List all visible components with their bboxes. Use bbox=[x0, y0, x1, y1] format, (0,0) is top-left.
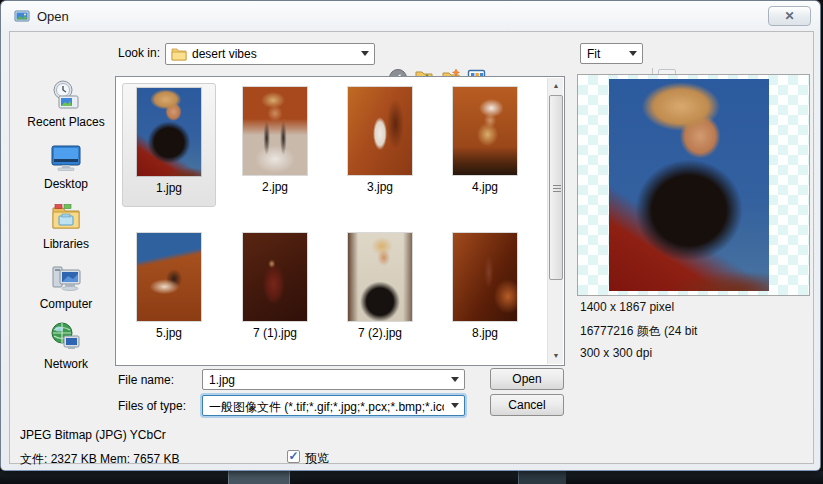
file-size-text: 文件: 2327 KB Mem: 7657 KB bbox=[20, 451, 275, 468]
dialog-client-area: Look in: desert vibes bbox=[9, 31, 814, 464]
taskbar-button[interactable] bbox=[518, 471, 566, 484]
look-in-label: Look in: bbox=[118, 46, 160, 60]
window-title: Open bbox=[37, 9, 69, 24]
image-colors-text: 16777216 颜色 (24 bit bbox=[580, 323, 697, 340]
preview-checkbox-label: 预览 bbox=[305, 450, 329, 467]
fit-combobox[interactable]: Fit bbox=[580, 43, 643, 64]
files-of-type-label: Files of type: bbox=[118, 399, 186, 413]
image-format-text: JPEG Bitmap (JPG) YCbCr bbox=[20, 428, 166, 442]
taskbar-button[interactable] bbox=[228, 471, 290, 484]
file-name-label: File name: bbox=[118, 373, 174, 387]
screen: Open ✕ Look in: desert vibes bbox=[0, 0, 823, 484]
open-dialog-window: Open ✕ Look in: desert vibes bbox=[0, 0, 821, 471]
file-item-name: 2.jpg bbox=[228, 180, 322, 194]
file-item[interactable]: 5.jpg bbox=[122, 229, 216, 353]
file-item[interactable]: 2.jpg bbox=[228, 83, 322, 207]
checkmark-icon: ✓ bbox=[288, 449, 298, 463]
chevron-down-icon bbox=[629, 51, 637, 56]
recent-places-icon bbox=[49, 78, 83, 112]
sidebar-item-label: Desktop bbox=[12, 177, 120, 191]
scrollbar-thumb[interactable] bbox=[549, 95, 563, 280]
files-of-type-value: 一般图像文件 (*.tif;*.gif;*.jpg;*.pcx;*.bmp;*.… bbox=[209, 399, 444, 416]
file-item[interactable]: 7 (2).jpg bbox=[333, 229, 427, 353]
scroll-down-button[interactable]: ▼ bbox=[548, 348, 564, 364]
libraries-icon bbox=[49, 200, 83, 234]
computer-icon bbox=[49, 260, 83, 294]
file-name-combobox[interactable]: 1.jpg bbox=[202, 369, 465, 390]
file-item-name: 3.jpg bbox=[333, 180, 427, 194]
preview-pane bbox=[577, 74, 810, 296]
image-file-icon bbox=[14, 8, 30, 24]
chevron-down-icon bbox=[451, 403, 459, 408]
chevron-down-icon bbox=[361, 51, 369, 56]
arrow-down-icon: ▼ bbox=[553, 352, 560, 359]
sidebar-item-desktop[interactable]: Desktop bbox=[12, 140, 120, 191]
scroll-up-button[interactable]: ▲ bbox=[548, 78, 564, 94]
file-thumbnail bbox=[453, 233, 517, 321]
file-thumbnail bbox=[348, 87, 412, 175]
file-thumbnail bbox=[348, 233, 412, 321]
file-item-name: 5.jpg bbox=[122, 326, 216, 340]
sidebar-item-recent-places[interactable]: Recent Places bbox=[12, 78, 120, 129]
file-item[interactable]: 3.jpg bbox=[333, 83, 427, 207]
files-of-type-combobox[interactable]: 一般图像文件 (*.tif;*.gif;*.jpg;*.pcx;*.bmp;*.… bbox=[202, 395, 465, 416]
desktop-icon bbox=[49, 140, 83, 174]
file-item-name: 4.jpg bbox=[438, 180, 532, 194]
sidebar-item-network[interactable]: Network bbox=[12, 320, 120, 371]
sidebar-item-label: Recent Places bbox=[12, 115, 120, 129]
file-name-value: 1.jpg bbox=[209, 373, 444, 387]
sidebar-item-label: Libraries bbox=[12, 237, 120, 251]
file-thumbnail bbox=[137, 233, 201, 321]
arrow-up-icon: ▲ bbox=[553, 82, 560, 89]
file-thumbnail bbox=[243, 87, 307, 175]
sidebar-item-label: Network bbox=[12, 357, 120, 371]
title-bar[interactable]: Open ✕ bbox=[1, 1, 820, 31]
look-in-combobox[interactable]: desert vibes bbox=[165, 43, 375, 65]
look-in-value: desert vibes bbox=[192, 47, 354, 61]
sidebar-item-label: Computer bbox=[12, 297, 120, 311]
file-item-name: 7 (2).jpg bbox=[333, 326, 427, 340]
preview-image bbox=[609, 79, 769, 291]
cancel-button[interactable]: Cancel bbox=[490, 394, 564, 416]
file-thumbnail bbox=[453, 87, 517, 175]
file-item[interactable]: 4.jpg bbox=[438, 83, 532, 207]
grip-icon bbox=[553, 188, 561, 189]
preview-checkbox[interactable]: ✓ bbox=[287, 450, 300, 463]
cancel-button-label: Cancel bbox=[508, 398, 545, 412]
open-button[interactable]: Open bbox=[490, 368, 564, 390]
file-item-name: 8.jpg bbox=[438, 326, 532, 340]
folder-icon bbox=[171, 47, 187, 61]
image-dpi-text: 300 x 300 dpi bbox=[580, 346, 652, 360]
file-item-name: 1.jpg bbox=[123, 181, 215, 195]
file-item[interactable]: 7 (1).jpg bbox=[228, 229, 322, 353]
close-icon: ✕ bbox=[784, 9, 794, 23]
file-item[interactable]: 8.jpg bbox=[438, 229, 532, 353]
sidebar-item-computer[interactable]: Computer bbox=[12, 260, 120, 311]
network-icon bbox=[49, 320, 83, 354]
close-button[interactable]: ✕ bbox=[768, 6, 811, 26]
fit-value: Fit bbox=[587, 47, 622, 61]
sidebar-item-libraries[interactable]: Libraries bbox=[12, 200, 120, 251]
file-thumbnail bbox=[243, 233, 307, 321]
file-item-name: 7 (1).jpg bbox=[228, 326, 322, 340]
file-list: 1.jpg 2.jpg 3.jpg 4.jpg 5.jpg bbox=[115, 76, 565, 366]
file-thumbnail bbox=[137, 88, 201, 176]
file-item[interactable]: 1.jpg bbox=[122, 83, 216, 207]
chevron-down-icon bbox=[451, 377, 459, 382]
image-dimensions-text: 1400 x 1867 pixel bbox=[580, 300, 674, 314]
open-button-label: Open bbox=[512, 372, 541, 386]
vertical-scrollbar[interactable]: ▲ ▼ bbox=[547, 78, 563, 364]
taskbar bbox=[0, 471, 823, 484]
